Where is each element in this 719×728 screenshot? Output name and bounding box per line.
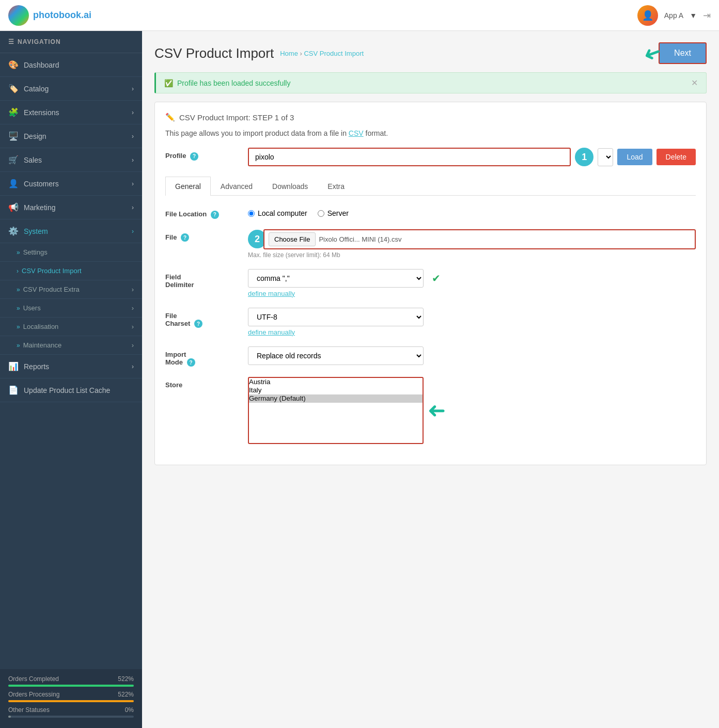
step-title-text: CSV Product Import: STEP 1 of 3 (179, 113, 294, 122)
sub-item-label: Localisation (23, 323, 59, 330)
tab-downloads[interactable]: Downloads (262, 177, 318, 196)
extensions-icon: 🧩 (8, 107, 19, 117)
sidebar-sub-item-users[interactable]: » Users › (0, 299, 142, 318)
sub-prefix: » (17, 323, 20, 330)
radio-server-input[interactable] (318, 210, 324, 217)
customers-icon: 👤 (8, 179, 19, 188)
file-location-help-icon[interactable]: ? (211, 211, 219, 219)
radio-server-label: Server (327, 209, 349, 217)
store-form-group: Store Austria Italy Germany (Default) ➜ (165, 377, 696, 444)
chevron-right-icon: › (132, 323, 134, 330)
success-alert: ✅ Profile has been loaded succesfully ✕ (154, 72, 707, 93)
stat-row-processing: Orders Processing 522% (8, 691, 134, 698)
sidebar-sub-item-localisation[interactable]: » Localisation › (0, 318, 142, 336)
file-input-row: Choose File Pixolo Offici... MINI (14).c… (263, 229, 696, 249)
checkmark-icon: ✔ (432, 272, 441, 284)
profile-control-area: 1 Load Delete (248, 148, 696, 166)
nav-header: ☰NAVIGATION (0, 31, 142, 53)
file-location-form-group: File Location ? Local computer Server (165, 206, 696, 219)
arrow-annotation-store: ➜ (428, 398, 446, 423)
profile-label: Profile ? (165, 148, 248, 161)
stat-bar-fill-processing (8, 700, 134, 702)
import-mode-help-icon[interactable]: ? (187, 358, 195, 367)
sidebar-item-update-product-list[interactable]: 📄 Update Product List Cache (0, 378, 142, 402)
next-button[interactable]: Next (659, 42, 707, 64)
avatar: 👤 (637, 5, 658, 26)
radio-local-computer-input[interactable] (248, 210, 255, 217)
choose-file-button[interactable]: Choose File (269, 232, 316, 246)
dropdown-arrow-icon[interactable]: ▼ (690, 11, 697, 20)
sidebar-item-extensions[interactable]: 🧩 Extensions › (0, 101, 142, 124)
sidebar-item-dashboard[interactable]: 🎨 Dashboard (0, 53, 142, 77)
stat-bar-bg-other (8, 716, 134, 718)
chevron-right-icon: › (132, 286, 134, 293)
breadcrumb-current[interactable]: CSV Product Import (304, 50, 364, 57)
delete-button[interactable]: Delete (657, 149, 696, 165)
import-mode-select[interactable]: Replace old records Add new records Upda… (248, 346, 424, 365)
sub-prefix: » (17, 342, 20, 349)
tabs-nav: General Advanced Downloads Extra (165, 177, 696, 196)
stat-row-other: Other Statuses 0% (8, 706, 134, 714)
store-listbox[interactable]: Austria Italy Germany (Default) (248, 377, 424, 444)
logo-text: photobook.ai (33, 10, 91, 21)
page-title: CSV Product Import (154, 45, 274, 61)
define-charset-manually-link[interactable]: define manually (248, 328, 696, 336)
radio-local-computer[interactable]: Local computer (248, 209, 307, 217)
stat-value: 522% (118, 691, 134, 698)
system-icon: ⚙️ (8, 226, 19, 236)
sidebar-item-label: Extensions (24, 108, 59, 117)
profile-help-icon[interactable]: ? (190, 152, 198, 161)
sub-item-label: Maintenance (23, 341, 61, 349)
sidebar-item-sales[interactable]: 🛒 Sales › (0, 148, 142, 172)
sidebar-item-customers[interactable]: 👤 Customers › (0, 172, 142, 196)
sidebar-sub-item-maintenance[interactable]: » Maintenance › (0, 336, 142, 355)
tab-general[interactable]: General (165, 177, 211, 196)
logout-icon[interactable]: ⇥ (703, 10, 711, 21)
stat-value: 0% (125, 706, 134, 714)
sidebar-item-label: Customers (24, 180, 59, 188)
field-delimiter-select[interactable]: comma "," semicolon ";" tab pipe "|" (248, 269, 424, 288)
stat-label: Orders Completed (8, 675, 59, 683)
file-charset-select[interactable]: UTF-8 UTF-16 ISO-8859-1 Windows-1252 (248, 308, 424, 326)
sidebar-sub-item-settings[interactable]: » Settings (0, 243, 142, 262)
profile-dropdown[interactable] (598, 148, 613, 166)
sidebar-item-reports[interactable]: 📊 Reports › (0, 355, 142, 378)
close-alert-button[interactable]: ✕ (691, 78, 698, 88)
page-title-area: CSV Product Import Home › CSV Product Im… (154, 41, 707, 65)
define-manually-link[interactable]: define manually (248, 290, 696, 297)
update-icon: 📄 (8, 385, 19, 395)
sidebar-sub-item-csv-product-import[interactable]: › CSV Product Import (0, 262, 142, 280)
chevron-right-icon: › (132, 156, 134, 164)
tab-advanced[interactable]: Advanced (211, 177, 262, 196)
radio-server[interactable]: Server (318, 209, 349, 217)
reports-icon: 📊 (8, 361, 19, 371)
top-header: photobook.ai 👤 App A ▼ ⇥ (0, 0, 719, 31)
store-control: Austria Italy Germany (Default) ➜ (248, 377, 696, 444)
desc-text-2: format. (366, 129, 388, 137)
logo-icon (8, 5, 29, 26)
tab-extra[interactable]: Extra (318, 177, 354, 196)
chevron-right-icon: › (132, 180, 134, 187)
sidebar-item-catalog[interactable]: 🏷️ Catalog › (0, 77, 142, 101)
profile-input[interactable] (248, 148, 571, 166)
sidebar: ☰NAVIGATION 🎨 Dashboard 🏷️ Catalog › 🧩 E… (0, 31, 142, 728)
sub-prefix: » (17, 286, 20, 293)
chevron-right-icon: › (132, 204, 134, 211)
file-location-radio-group: Local computer Server (248, 206, 696, 217)
file-help-icon[interactable]: ? (181, 233, 189, 242)
sidebar-item-label: Dashboard (24, 61, 59, 69)
sidebar-sub-item-csv-product-extra[interactable]: » CSV Product Extra › (0, 280, 142, 299)
chevron-right-icon: › (132, 363, 134, 370)
field-delimiter-form-group: FieldDelimiter comma "," semicolon ";" t… (165, 269, 696, 297)
sidebar-item-system[interactable]: ⚙️ System › (0, 219, 142, 243)
sidebar-item-marketing[interactable]: 📢 Marketing › (0, 196, 142, 219)
csv-link[interactable]: CSV (349, 129, 364, 137)
header-right: 👤 App A ▼ ⇥ (637, 5, 711, 26)
breadcrumb-home[interactable]: Home (280, 50, 298, 57)
sidebar-item-design[interactable]: 🖥️ Design › (0, 124, 142, 148)
stat-bar-fill-completed (8, 685, 134, 687)
file-charset-help-icon[interactable]: ? (194, 320, 202, 328)
store-label: Store (165, 377, 248, 389)
load-button[interactable]: Load (617, 149, 652, 165)
chevron-right-icon: › (132, 228, 134, 235)
